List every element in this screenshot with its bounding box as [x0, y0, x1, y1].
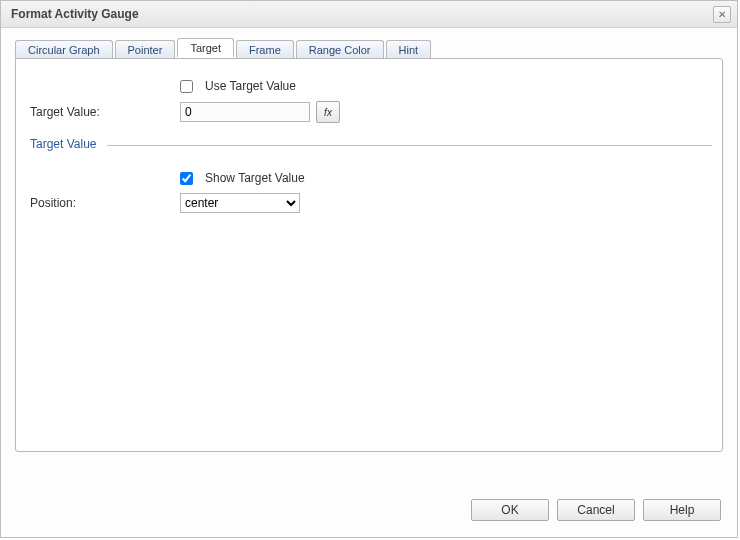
- tab-circular-graph[interactable]: Circular Graph: [15, 40, 113, 59]
- cancel-button[interactable]: Cancel: [557, 499, 635, 521]
- tab-strip: Circular Graph Pointer Target Frame Rang…: [15, 38, 723, 59]
- target-value-input[interactable]: [180, 102, 310, 122]
- tab-target[interactable]: Target: [177, 38, 234, 57]
- target-value-label: Target Value:: [26, 105, 180, 119]
- dialog: Format Activity Gauge ✕ Circular Graph P…: [0, 0, 738, 538]
- position-label: Position:: [26, 196, 180, 210]
- tab-area: Circular Graph Pointer Target Frame Rang…: [1, 28, 737, 452]
- row-position: Position: center: [26, 193, 712, 213]
- use-target-value-checkbox[interactable]: [180, 80, 193, 93]
- position-select[interactable]: center: [180, 193, 300, 213]
- close-icon: ✕: [718, 9, 726, 20]
- tab-pointer[interactable]: Pointer: [115, 40, 176, 59]
- close-button[interactable]: ✕: [713, 6, 731, 23]
- fx-icon: fx: [324, 107, 332, 118]
- fx-button[interactable]: fx: [316, 101, 340, 123]
- section-target-value-label: Target Value: [26, 137, 97, 151]
- section-divider: [107, 145, 713, 146]
- dialog-title: Format Activity Gauge: [11, 7, 139, 21]
- form: Use Target Value Target Value: fx Target…: [16, 59, 722, 231]
- footer: OK Cancel Help: [471, 499, 721, 521]
- section-target-value: Target Value: [26, 131, 712, 159]
- titlebar: Format Activity Gauge ✕: [1, 1, 737, 28]
- tab-content: Use Target Value Target Value: fx Target…: [15, 58, 723, 452]
- show-target-value-checkbox[interactable]: [180, 172, 193, 185]
- show-target-value-label: Show Target Value: [205, 171, 305, 185]
- row-use-target-value: Use Target Value: [26, 79, 712, 93]
- ok-button[interactable]: OK: [471, 499, 549, 521]
- help-button[interactable]: Help: [643, 499, 721, 521]
- use-target-value-label: Use Target Value: [205, 79, 296, 93]
- tab-frame[interactable]: Frame: [236, 40, 294, 59]
- row-show-target-value: Show Target Value: [26, 171, 712, 185]
- tab-range-color[interactable]: Range Color: [296, 40, 384, 59]
- tab-hint[interactable]: Hint: [386, 40, 432, 59]
- row-target-value: Target Value: fx: [26, 101, 712, 123]
